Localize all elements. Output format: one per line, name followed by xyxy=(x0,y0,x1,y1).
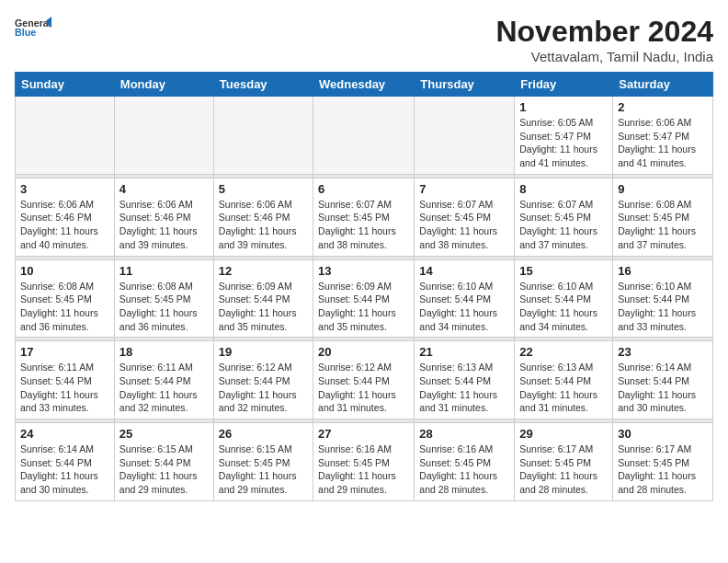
day-number: 24 xyxy=(20,427,109,441)
location: Vettavalam, Tamil Nadu, India xyxy=(495,49,713,64)
table-row: 7Sunrise: 6:07 AM Sunset: 5:45 PM Daylig… xyxy=(415,178,515,256)
day-number: 12 xyxy=(219,264,308,278)
day-number: 20 xyxy=(318,345,409,359)
table-row: 20Sunrise: 6:12 AM Sunset: 5:44 PM Dayli… xyxy=(313,341,415,419)
day-number: 7 xyxy=(419,182,509,196)
day-number: 3 xyxy=(20,182,109,196)
table-row xyxy=(16,97,115,175)
day-number: 9 xyxy=(618,182,708,196)
table-row: 14Sunrise: 6:10 AM Sunset: 5:44 PM Dayli… xyxy=(415,259,515,338)
day-info: Sunrise: 6:09 AM Sunset: 5:44 PM Dayligh… xyxy=(219,280,308,334)
table-row: 5Sunrise: 6:06 AM Sunset: 5:46 PM Daylig… xyxy=(213,178,313,256)
table-row xyxy=(114,97,213,175)
table-row: 19Sunrise: 6:12 AM Sunset: 5:44 PM Dayli… xyxy=(213,341,313,419)
day-info: Sunrise: 6:11 AM Sunset: 5:44 PM Dayligh… xyxy=(119,361,209,415)
title-area: November 2024 Vettavalam, Tamil Nadu, In… xyxy=(495,15,713,64)
day-number: 23 xyxy=(618,345,708,359)
day-info: Sunrise: 6:06 AM Sunset: 5:47 PM Dayligh… xyxy=(618,116,708,170)
day-number: 30 xyxy=(618,427,708,441)
day-number: 5 xyxy=(219,182,308,196)
table-row: 27Sunrise: 6:16 AM Sunset: 5:45 PM Dayli… xyxy=(313,423,415,501)
day-number: 27 xyxy=(318,427,409,441)
day-info: Sunrise: 6:08 AM Sunset: 5:45 PM Dayligh… xyxy=(119,280,209,334)
day-info: Sunrise: 6:06 AM Sunset: 5:46 PM Dayligh… xyxy=(219,198,308,252)
day-number: 15 xyxy=(519,264,608,278)
day-number: 13 xyxy=(318,264,409,278)
svg-text:Blue: Blue xyxy=(15,27,36,38)
table-row: 30Sunrise: 6:17 AM Sunset: 5:45 PM Dayli… xyxy=(613,423,713,501)
table-row: 16Sunrise: 6:10 AM Sunset: 5:44 PM Dayli… xyxy=(613,259,713,338)
day-info: Sunrise: 6:07 AM Sunset: 5:45 PM Dayligh… xyxy=(318,198,409,252)
col-tuesday: Tuesday xyxy=(213,73,313,97)
table-row: 23Sunrise: 6:14 AM Sunset: 5:44 PM Dayli… xyxy=(613,341,713,419)
col-wednesday: Wednesday xyxy=(313,73,415,97)
day-info: Sunrise: 6:06 AM Sunset: 5:46 PM Dayligh… xyxy=(20,198,109,252)
col-monday: Monday xyxy=(114,73,213,97)
day-number: 28 xyxy=(419,427,509,441)
table-row: 26Sunrise: 6:15 AM Sunset: 5:45 PM Dayli… xyxy=(213,423,313,501)
day-info: Sunrise: 6:16 AM Sunset: 5:45 PM Dayligh… xyxy=(419,442,509,497)
day-number: 22 xyxy=(519,345,608,359)
day-info: Sunrise: 6:05 AM Sunset: 5:47 PM Dayligh… xyxy=(519,116,608,170)
day-info: Sunrise: 6:08 AM Sunset: 5:45 PM Dayligh… xyxy=(20,280,109,334)
day-info: Sunrise: 6:08 AM Sunset: 5:45 PM Dayligh… xyxy=(618,198,708,252)
day-number: 26 xyxy=(219,427,308,441)
table-row: 2Sunrise: 6:06 AM Sunset: 5:47 PM Daylig… xyxy=(613,97,713,175)
day-number: 2 xyxy=(618,100,708,114)
day-info: Sunrise: 6:13 AM Sunset: 5:44 PM Dayligh… xyxy=(419,361,509,415)
day-number: 1 xyxy=(519,100,608,114)
day-info: Sunrise: 6:15 AM Sunset: 5:45 PM Dayligh… xyxy=(219,442,308,497)
table-row xyxy=(415,97,515,175)
table-row: 18Sunrise: 6:11 AM Sunset: 5:44 PM Dayli… xyxy=(114,341,213,419)
day-info: Sunrise: 6:13 AM Sunset: 5:44 PM Dayligh… xyxy=(519,361,608,415)
day-info: Sunrise: 6:10 AM Sunset: 5:44 PM Dayligh… xyxy=(519,280,608,334)
day-number: 11 xyxy=(119,264,209,278)
table-row: 11Sunrise: 6:08 AM Sunset: 5:45 PM Dayli… xyxy=(114,259,213,338)
col-saturday: Saturday xyxy=(613,73,713,97)
day-info: Sunrise: 6:06 AM Sunset: 5:46 PM Dayligh… xyxy=(119,198,209,252)
table-row: 13Sunrise: 6:09 AM Sunset: 5:44 PM Dayli… xyxy=(313,259,415,338)
day-number: 4 xyxy=(119,182,209,196)
day-info: Sunrise: 6:14 AM Sunset: 5:44 PM Dayligh… xyxy=(618,361,708,415)
day-number: 8 xyxy=(519,182,608,196)
table-row: 4Sunrise: 6:06 AM Sunset: 5:46 PM Daylig… xyxy=(114,178,213,256)
day-number: 25 xyxy=(119,427,209,441)
day-info: Sunrise: 6:14 AM Sunset: 5:44 PM Dayligh… xyxy=(20,442,109,497)
day-info: Sunrise: 6:10 AM Sunset: 5:44 PM Dayligh… xyxy=(419,280,509,334)
calendar-week-row: 17Sunrise: 6:11 AM Sunset: 5:44 PM Dayli… xyxy=(16,341,713,419)
table-row: 25Sunrise: 6:15 AM Sunset: 5:44 PM Dayli… xyxy=(114,423,213,501)
day-info: Sunrise: 6:12 AM Sunset: 5:44 PM Dayligh… xyxy=(318,361,409,415)
calendar-week-row: 3Sunrise: 6:06 AM Sunset: 5:46 PM Daylig… xyxy=(16,178,713,256)
day-info: Sunrise: 6:07 AM Sunset: 5:45 PM Dayligh… xyxy=(519,198,608,252)
table-row: 3Sunrise: 6:06 AM Sunset: 5:46 PM Daylig… xyxy=(16,178,115,256)
table-row: 29Sunrise: 6:17 AM Sunset: 5:45 PM Dayli… xyxy=(515,423,613,501)
calendar-week-row: 24Sunrise: 6:14 AM Sunset: 5:44 PM Dayli… xyxy=(16,423,713,501)
table-row: 10Sunrise: 6:08 AM Sunset: 5:45 PM Dayli… xyxy=(16,259,115,338)
page-header: General Blue November 2024 Vettavalam, T… xyxy=(15,15,713,64)
day-info: Sunrise: 6:16 AM Sunset: 5:45 PM Dayligh… xyxy=(318,442,409,497)
calendar-week-row: 1Sunrise: 6:05 AM Sunset: 5:47 PM Daylig… xyxy=(16,97,713,175)
table-row xyxy=(213,97,313,175)
col-thursday: Thursday xyxy=(415,73,515,97)
day-number: 6 xyxy=(318,182,409,196)
day-info: Sunrise: 6:11 AM Sunset: 5:44 PM Dayligh… xyxy=(20,361,109,415)
table-row: 12Sunrise: 6:09 AM Sunset: 5:44 PM Dayli… xyxy=(213,259,313,338)
day-info: Sunrise: 6:15 AM Sunset: 5:44 PM Dayligh… xyxy=(119,442,209,497)
calendar-table: Sunday Monday Tuesday Wednesday Thursday… xyxy=(15,72,713,501)
calendar-week-row: 10Sunrise: 6:08 AM Sunset: 5:45 PM Dayli… xyxy=(16,259,713,338)
day-number: 18 xyxy=(119,345,209,359)
logo-icon: General Blue xyxy=(15,15,51,40)
day-number: 29 xyxy=(519,427,608,441)
day-number: 17 xyxy=(20,345,109,359)
day-number: 16 xyxy=(618,264,708,278)
day-number: 21 xyxy=(419,345,509,359)
table-row: 9Sunrise: 6:08 AM Sunset: 5:45 PM Daylig… xyxy=(613,178,713,256)
month-title: November 2024 xyxy=(495,15,713,49)
table-row xyxy=(313,97,415,175)
day-info: Sunrise: 6:09 AM Sunset: 5:44 PM Dayligh… xyxy=(318,280,409,334)
col-friday: Friday xyxy=(515,73,613,97)
table-row: 8Sunrise: 6:07 AM Sunset: 5:45 PM Daylig… xyxy=(515,178,613,256)
day-number: 19 xyxy=(219,345,308,359)
day-number: 10 xyxy=(20,264,109,278)
table-row: 1Sunrise: 6:05 AM Sunset: 5:47 PM Daylig… xyxy=(515,97,613,175)
